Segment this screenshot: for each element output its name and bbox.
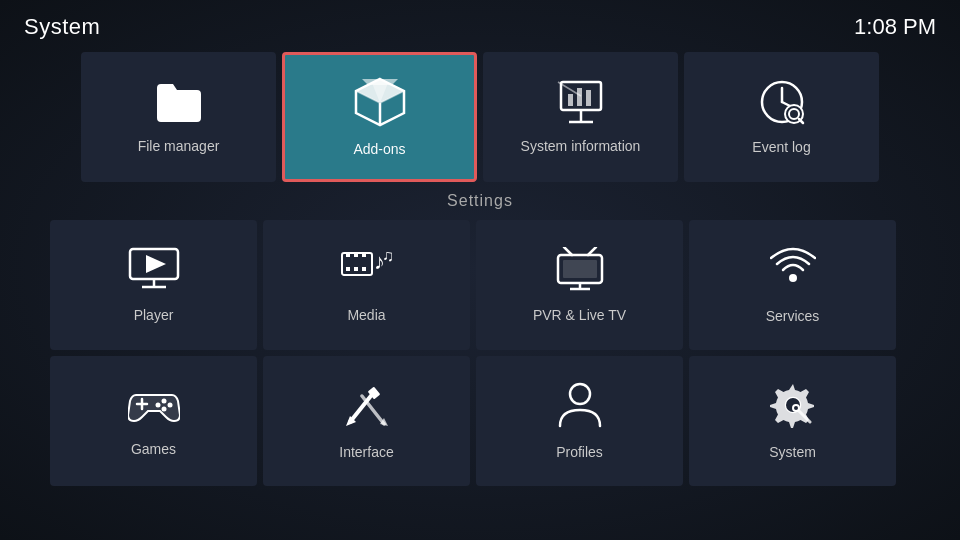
svg-point-43 bbox=[161, 407, 166, 412]
games-icon bbox=[128, 385, 180, 429]
settings-row-1: Player ♪ ♫ Media bbox=[50, 220, 910, 350]
pvr-live-tv-label: PVR & Live TV bbox=[533, 307, 626, 323]
tile-interface[interactable]: Interface bbox=[263, 356, 470, 486]
svg-rect-26 bbox=[362, 253, 366, 257]
tile-pvr-live-tv[interactable]: PVR & Live TV bbox=[476, 220, 683, 350]
media-icon: ♪ ♫ bbox=[340, 247, 394, 295]
sysinfo-icon bbox=[556, 80, 606, 128]
svg-rect-27 bbox=[346, 267, 350, 271]
eventlog-icon bbox=[759, 79, 805, 129]
event-log-label: Event log bbox=[752, 139, 810, 155]
services-label: Services bbox=[766, 308, 820, 324]
interface-label: Interface bbox=[339, 444, 393, 460]
profiles-label: Profiles bbox=[556, 444, 603, 460]
media-label: Media bbox=[347, 307, 385, 323]
settings-row-2: Games Interface bbox=[50, 356, 910, 486]
settings-grid: Player ♪ ♫ Media bbox=[50, 220, 910, 486]
svg-rect-24 bbox=[346, 253, 350, 257]
tile-services[interactable]: Services bbox=[689, 220, 896, 350]
tile-media[interactable]: ♪ ♫ Media bbox=[263, 220, 470, 350]
tile-system[interactable]: System bbox=[689, 356, 896, 486]
system-icon bbox=[770, 382, 816, 432]
tile-system-information[interactable]: System information bbox=[483, 52, 678, 182]
tile-player[interactable]: Player bbox=[50, 220, 257, 350]
tile-file-manager[interactable]: File manager bbox=[81, 52, 276, 182]
tile-add-ons[interactable]: Add-ons bbox=[282, 52, 477, 182]
svg-point-42 bbox=[167, 403, 172, 408]
player-label: Player bbox=[134, 307, 174, 323]
interface-icon bbox=[344, 382, 390, 432]
svg-line-17 bbox=[799, 119, 803, 123]
svg-rect-8 bbox=[577, 88, 582, 106]
settings-section-label: Settings bbox=[447, 192, 513, 210]
add-ons-label: Add-ons bbox=[353, 141, 405, 157]
pvr-icon bbox=[554, 247, 606, 295]
system-label: System bbox=[769, 444, 816, 460]
top-bar: System 1:08 PM bbox=[0, 0, 960, 50]
tile-games[interactable]: Games bbox=[50, 356, 257, 486]
app-title: System bbox=[24, 14, 100, 40]
games-label: Games bbox=[131, 441, 176, 457]
svg-point-44 bbox=[155, 403, 160, 408]
svg-point-54 bbox=[793, 405, 799, 411]
profiles-icon bbox=[558, 382, 602, 432]
svg-point-38 bbox=[789, 274, 797, 282]
tile-event-log[interactable]: Event log bbox=[684, 52, 879, 182]
tile-profiles[interactable]: Profiles bbox=[476, 356, 683, 486]
svg-rect-9 bbox=[586, 90, 591, 106]
clock: 1:08 PM bbox=[854, 14, 936, 40]
svg-rect-25 bbox=[354, 253, 358, 257]
svg-marker-20 bbox=[146, 255, 166, 273]
svg-line-48 bbox=[362, 396, 384, 424]
svg-point-41 bbox=[161, 399, 166, 404]
player-icon bbox=[128, 247, 180, 295]
svg-rect-7 bbox=[568, 94, 573, 106]
svg-text:♫: ♫ bbox=[382, 247, 394, 264]
services-icon bbox=[770, 246, 816, 296]
svg-point-50 bbox=[570, 384, 590, 404]
top-row: File manager Add-ons bbox=[50, 52, 910, 182]
svg-rect-28 bbox=[354, 267, 358, 271]
file-manager-label: File manager bbox=[138, 138, 220, 154]
svg-rect-35 bbox=[563, 260, 597, 278]
svg-rect-29 bbox=[362, 267, 366, 271]
addons-icon bbox=[354, 77, 406, 131]
folder-icon bbox=[153, 80, 205, 128]
system-information-label: System information bbox=[521, 138, 641, 154]
